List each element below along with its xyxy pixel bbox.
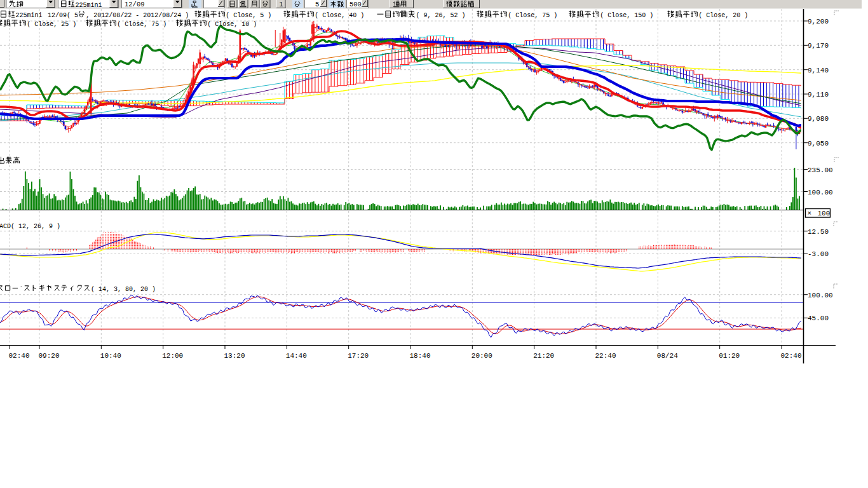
svg-text:1: 1 — [280, 1, 283, 8]
svg-text:12/09: 12/09 — [125, 1, 145, 8]
svg-text:9,200: 9,200 — [808, 18, 829, 25]
svg-text:9,140: 9,140 — [808, 67, 829, 74]
svg-text:17:20: 17:20 — [348, 352, 369, 360]
svg-text:14:40: 14:40 — [286, 352, 307, 360]
svg-text:100.00: 100.00 — [808, 189, 833, 196]
svg-text:9,170: 9,170 — [808, 42, 829, 50]
svg-text:500: 500 — [349, 1, 362, 8]
svg-text:( Close, 75 ): ( Close, 75 ) — [508, 12, 557, 19]
svg-text:9,080: 9,080 — [808, 115, 829, 123]
svg-text:9,050: 9,050 — [808, 140, 829, 147]
svg-text:01:20: 01:20 — [719, 352, 740, 360]
svg-text:09:20: 09:20 — [39, 352, 60, 360]
svg-text:( Close, 20 ): ( Close, 20 ) — [698, 12, 748, 19]
svg-text:12:00: 12:00 — [162, 352, 183, 360]
svg-text:100: 100 — [818, 210, 831, 217]
svg-text:( Close, 25 ): ( Close, 25 ) — [27, 21, 76, 28]
svg-text:-3.00: -3.00 — [808, 250, 829, 258]
svg-text:02:40: 02:40 — [781, 352, 802, 360]
svg-text:( Close, 150 ): ( Close, 150 ) — [600, 12, 653, 19]
svg-text:12.50: 12.50 — [808, 228, 829, 236]
svg-text:( Close, 5 ): ( Close, 5 ) — [226, 12, 271, 19]
svg-text:225mini: 225mini — [16, 12, 43, 19]
svg-text:, 2012/08/22 - 2012/08/24 ): , 2012/08/22 - 2012/08/24 ) — [86, 12, 189, 19]
svg-text:( 14, 3, 80, 20 ): ( 14, 3, 80, 20 ) — [91, 286, 156, 293]
svg-text:5: 5 — [315, 1, 319, 8]
svg-text:10:40: 10:40 — [100, 352, 121, 360]
svg-text:18:40: 18:40 — [410, 352, 431, 360]
svg-text:9,110: 9,110 — [808, 91, 829, 98]
svg-text:08/24: 08/24 — [657, 352, 678, 360]
svg-text:×: × — [808, 210, 812, 217]
svg-text:22:40: 22:40 — [595, 352, 616, 360]
svg-text:( Close, 40 ): ( Close, 40 ) — [315, 12, 364, 19]
svg-text:( Close, 10 ): ( Close, 10 ) — [207, 21, 257, 28]
svg-text:225mini: 225mini — [76, 2, 102, 9]
svg-text:( Close, 75 ): ( Close, 75 ) — [117, 21, 166, 28]
svg-text:235.00: 235.00 — [808, 166, 833, 174]
svg-text:13:20: 13:20 — [224, 352, 245, 360]
svg-text:20:00: 20:00 — [471, 352, 492, 360]
svg-text:45.00: 45.00 — [808, 315, 829, 322]
svg-text:12/09( 5: 12/09( 5 — [48, 12, 78, 19]
svg-text:100.00: 100.00 — [808, 292, 833, 299]
svg-text:21:20: 21:20 — [533, 352, 554, 360]
svg-text:02:40: 02:40 — [9, 352, 30, 360]
svg-text:( 9, 26, 52 ): ( 9, 26, 52 ) — [416, 12, 466, 19]
svg-text:MACD( 12, 26, 9 ): MACD( 12, 26, 9 ) — [0, 223, 60, 230]
